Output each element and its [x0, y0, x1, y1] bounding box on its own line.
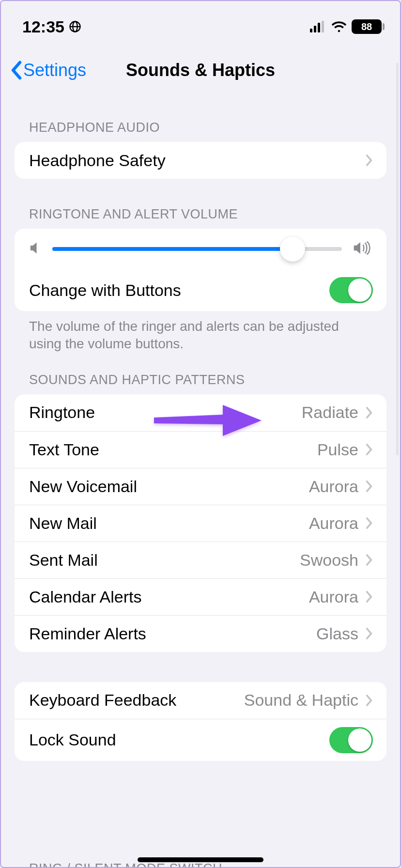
row-label: Calendar Alerts: [29, 588, 141, 606]
section-header-headphone: HEADPHONE AUDIO: [0, 120, 401, 142]
wifi-icon: [331, 17, 347, 36]
svg-rect-2: [310, 29, 312, 32]
group-volume: Change with Buttons: [15, 229, 386, 311]
back-label: Settings: [23, 60, 86, 80]
row-headphone-safety[interactable]: Headphone Safety: [15, 142, 386, 179]
chevron-right-icon: [365, 406, 373, 419]
volume-slider-row: [15, 229, 386, 269]
nav-bar: Settings Sounds & Haptics: [0, 48, 401, 92]
lock-sound-toggle[interactable]: [329, 727, 373, 753]
row-label: Sent Mail: [29, 551, 98, 570]
row-calendar-alerts[interactable]: Calendar AlertsAurora: [15, 578, 386, 615]
back-button[interactable]: Settings: [10, 48, 86, 92]
chevron-right-icon: [365, 154, 373, 167]
row-label: Text Tone: [29, 440, 99, 459]
status-time: 12:35: [22, 17, 64, 36]
group-other: Keyboard Feedback Sound & Haptic Lock So…: [15, 682, 386, 761]
row-reminder-alerts[interactable]: Reminder AlertsGlass: [15, 615, 386, 652]
speaker-high-icon: [353, 241, 372, 257]
slider-thumb[interactable]: [280, 236, 305, 262]
chevron-left-icon: [10, 61, 22, 80]
row-value: Aurora: [309, 477, 358, 496]
chevron-right-icon: [365, 554, 373, 566]
battery-icon: 88: [352, 19, 382, 34]
row-change-with-buttons: Change with Buttons: [15, 269, 386, 311]
row-value: Sound & Haptic: [244, 691, 358, 710]
row-label: Keyboard Feedback: [29, 691, 176, 710]
row-label: Headphone Safety: [29, 151, 166, 170]
row-label: New Mail: [29, 514, 97, 533]
svg-rect-5: [322, 21, 324, 32]
speaker-low-icon: [29, 241, 42, 257]
row-label: Change with Buttons: [29, 281, 181, 300]
change-with-buttons-toggle[interactable]: [329, 277, 373, 303]
row-value: Glass: [316, 624, 358, 643]
home-indicator: [138, 857, 263, 862]
chevron-right-icon: [365, 627, 373, 640]
globe-icon: [68, 20, 82, 33]
cellular-icon: [310, 17, 326, 36]
row-value: Radiate: [302, 403, 358, 422]
row-new-mail[interactable]: New MailAurora: [15, 505, 386, 542]
row-keyboard-feedback[interactable]: Keyboard Feedback Sound & Haptic: [15, 682, 386, 719]
svg-rect-4: [318, 23, 320, 32]
row-value: Aurora: [309, 514, 358, 533]
row-label: Lock Sound: [29, 730, 116, 749]
svg-rect-3: [314, 26, 316, 32]
chevron-right-icon: [365, 480, 373, 493]
group-headphone: Headphone Safety: [15, 142, 386, 179]
section-header-volume: RINGTONE AND ALERT VOLUME: [0, 207, 401, 229]
page-title: Sounds & Haptics: [126, 60, 275, 80]
row-sent-mail[interactable]: Sent MailSwoosh: [15, 542, 386, 578]
chevron-right-icon: [365, 694, 373, 707]
section-header-cutoff: RING / SILENT MODE SWITCH: [0, 861, 251, 868]
row-value: Swoosh: [300, 551, 358, 570]
row-value: Pulse: [317, 440, 358, 459]
volume-slider[interactable]: [52, 239, 342, 259]
row-label: Reminder Alerts: [29, 624, 146, 643]
chevron-right-icon: [365, 590, 373, 603]
footer-text-volume: The volume of the ringer and alerts can …: [0, 311, 401, 353]
row-new-voicemail[interactable]: New VoicemailAurora: [15, 468, 386, 505]
battery-pct: 88: [361, 21, 372, 32]
annotation-arrow-icon: [150, 400, 266, 439]
chevron-right-icon: [365, 517, 373, 529]
status-bar: 12:35 88: [0, 0, 401, 44]
row-lock-sound: Lock Sound: [15, 719, 386, 761]
section-header-patterns: SOUNDS AND HAPTIC PATTERNS: [0, 372, 401, 394]
chevron-right-icon: [365, 443, 373, 456]
row-label: Ringtone: [29, 403, 95, 422]
row-label: New Voicemail: [29, 477, 137, 496]
scroll-indicator: [396, 63, 399, 455]
row-value: Aurora: [309, 588, 358, 606]
